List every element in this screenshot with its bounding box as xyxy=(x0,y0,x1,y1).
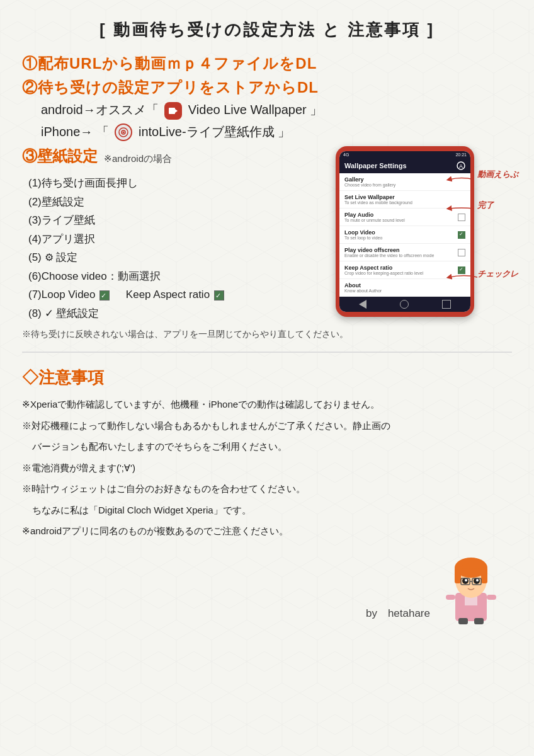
iphone-suffix: 」 xyxy=(278,125,290,139)
step3-title: ③壁紙設定 xyxy=(22,146,98,166)
header-title: [ 動画待ち受けの設定方法 と 注意事項 ] xyxy=(22,19,512,41)
annotation-video: 動画えらぶ xyxy=(477,168,518,180)
phone-app-header: Wallpaper Settings A xyxy=(339,158,470,173)
svg-rect-20 xyxy=(446,595,455,600)
header: [ 動画待ち受けの設定方法 と 注意事項 ] xyxy=(22,19,512,41)
section3-container: ③壁紙設定 ※androidの場合 (1)待ち受け画面長押し (2)壁紙設定 (… xyxy=(22,146,512,324)
section-divider xyxy=(22,352,512,353)
page: [ 動画待ち受けの設定方法 と 注意事項 ] ①配布URLから動画ｍｐ４ファイル… xyxy=(0,0,534,756)
step2-label: ②待ち受けの設定アプリをストアからDL xyxy=(22,77,512,98)
android-app-name: Video Live Wallpaper xyxy=(188,103,307,117)
phone-statusbar: 4G 20:21 xyxy=(339,151,470,158)
caution-title: ◇注意事項 xyxy=(22,367,512,389)
step-item-7: (7)Loop Video Keep Aspect ratio xyxy=(28,287,326,303)
step3-note: ※androidの場合 xyxy=(104,153,172,165)
status-right: 20:21 xyxy=(455,152,467,157)
play-offscreen-checkbox xyxy=(458,249,465,256)
avatar xyxy=(443,552,499,627)
caution-item-6: ※androidアプリに同名のものが複数あるのでご注意ください。 xyxy=(22,523,512,539)
annotation-check: チェックレ xyxy=(477,268,518,280)
step-item-4: (4)アプリ選択 xyxy=(28,231,326,248)
nav-recent xyxy=(442,300,451,309)
keep-aspect-check xyxy=(214,290,224,301)
menu-item-loop-video: Loop Video To set loop to video xyxy=(339,226,470,244)
svg-rect-22 xyxy=(458,618,468,624)
step3-title-row: ③壁紙設定 ※androidの場合 xyxy=(22,146,326,171)
step-item-3: (3)ライブ壁紙 xyxy=(28,212,326,229)
caution-section: ◇注意事項 ※Xperiaで動作確認していますが、他機種・iPhoneでの動作は… xyxy=(22,367,512,539)
annotations: 動画えらぶ 完了 チェックレ xyxy=(477,168,518,280)
caution-item-4: ※時計ウィジェットはご自分のお好きなものを合わせてください。 xyxy=(22,481,512,497)
footer: by hetahare xyxy=(22,552,512,627)
caution-item-2: バージョンも配布いたしますのでそちらをご利用ください。 xyxy=(32,438,512,455)
step1-label: ①配布URLから動画ｍｐ４ファイルをDL xyxy=(22,54,512,74)
svg-rect-11 xyxy=(455,568,461,583)
svg-point-4 xyxy=(123,132,125,134)
loop-video-checkbox xyxy=(458,231,465,239)
annotation-video-text: 動画えらぶ xyxy=(477,169,518,179)
svg-marker-1 xyxy=(175,109,178,113)
gear-icon: ⚙ xyxy=(45,250,54,265)
annotation-complete-text: 完了 xyxy=(477,200,494,210)
caution-item-0: ※Xperiaで動作確認していますが、他機種・iPhoneでの動作は確認しており… xyxy=(22,396,512,413)
nav-back xyxy=(359,300,366,309)
section3-left: ③壁紙設定 ※androidの場合 (1)待ち受け画面長押し (2)壁紙設定 (… xyxy=(22,146,326,324)
step-item-5: (5) ⚙ 設定 xyxy=(28,249,326,266)
step-item-6: (6)Choose video：動画選択 xyxy=(28,268,326,285)
byline-text: by hetahare xyxy=(366,606,430,621)
svg-point-16 xyxy=(476,579,479,581)
android-suffix: 」 xyxy=(310,103,322,117)
annotation-check-text: チェックレ xyxy=(477,269,518,278)
step-item-2: (2)壁紙設定 xyxy=(28,194,326,210)
svg-rect-21 xyxy=(487,595,496,600)
svg-point-15 xyxy=(465,579,467,581)
note-line: ※待ち受けに反映されない場合は、アプリを一旦閉じてからやり直してください。 xyxy=(22,329,512,340)
annotation-complete: 完了 xyxy=(477,199,518,211)
app-title: Wallpaper Settings xyxy=(344,162,407,169)
intolive-app-icon xyxy=(115,123,132,141)
step-item-8: (8) ✓ 壁紙設定 xyxy=(28,306,326,322)
nav-home xyxy=(400,300,409,309)
phone-mockup: 4G 20:21 Wallpaper Settings A Gallery Ch… xyxy=(336,146,474,317)
svg-rect-12 xyxy=(481,568,487,583)
menu-item-play-offscreen: Play video offscreen Enable or disable t… xyxy=(339,244,470,261)
step-item-1: (1)待ち受け画面長押し xyxy=(28,175,326,192)
svg-rect-0 xyxy=(169,108,175,114)
svg-rect-23 xyxy=(474,618,484,624)
phone-nav xyxy=(339,297,470,312)
loop-video-check xyxy=(99,290,110,301)
caution-item-5: ちなみに私は「Digital Cloch Widget Xperia」です。 xyxy=(32,502,512,518)
status-left: 4G xyxy=(343,152,349,157)
phone-outer: 4G 20:21 Wallpaper Settings A Gallery Ch… xyxy=(336,146,474,317)
caution-item-3: ※電池消費が増えます(';∀') xyxy=(22,460,512,476)
iphone-app-name: intoLive-ライブ壁紙作成 xyxy=(139,125,275,139)
iphone-rec: iPhone→ 「 intoLive-ライブ壁紙作成 」 xyxy=(41,123,512,142)
video-app-icon xyxy=(164,102,182,120)
android-prefix: android→オススメ「 xyxy=(41,103,159,117)
phone-annotation-container: 4G 20:21 Wallpaper Settings A Gallery Ch… xyxy=(336,146,512,317)
svg-text:A: A xyxy=(459,163,463,169)
android-rec: android→オススメ「 Video Live Wallpaper 」 xyxy=(41,101,512,120)
caution-item-1: ※対応機種によって動作しない場合もあるかもしれませんがご了承ください。静止画の xyxy=(22,418,512,434)
iphone-prefix: iPhone→ 「 xyxy=(41,125,109,139)
